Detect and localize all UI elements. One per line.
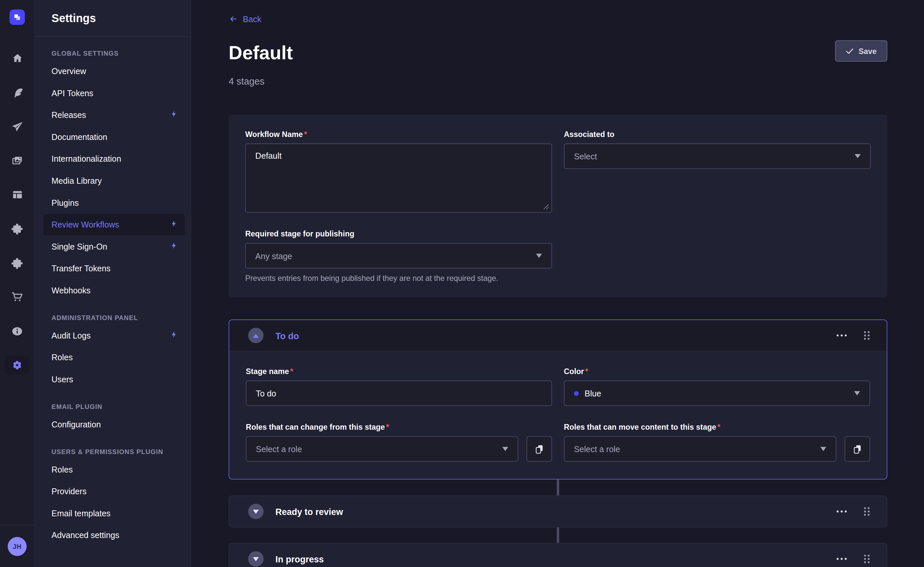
required-stage-label: Required stage for publishing	[245, 230, 552, 238]
stage-options-button[interactable]	[834, 332, 849, 340]
sidebar-item-single-sign-on[interactable]: Single Sign-On	[43, 236, 184, 257]
required-stage-select[interactable]: Any stage	[245, 243, 552, 268]
required-asterisk: *	[304, 130, 307, 139]
sidebar-item-releases[interactable]: Releases	[43, 104, 184, 126]
sidebar-item-advanced-settings[interactable]: Advanced settings	[43, 525, 184, 546]
puzzle-icon-2[interactable]	[0, 246, 34, 280]
sidebar-item-up-roles[interactable]: Roles	[43, 459, 184, 480]
sidebar-item-documentation[interactable]: Documentation	[43, 126, 184, 147]
stage-card-in-progress: In progress	[229, 543, 888, 567]
settings-sidebar: Settings GLOBAL SETTINGS Overview API To…	[35, 0, 191, 567]
associated-to-field: Associated to Select	[564, 130, 871, 213]
sidebar-item-audit-logs[interactable]: Audit Logs	[43, 325, 184, 346]
sidebar-item-webhooks[interactable]: Webhooks	[43, 280, 184, 301]
stage-title: In progress	[275, 554, 324, 564]
feather-icon[interactable]	[0, 76, 34, 110]
paper-plane-icon[interactable]	[0, 110, 34, 144]
stage-drag-handle[interactable]	[861, 329, 872, 343]
lightning-icon	[170, 110, 178, 120]
save-button[interactable]: Save	[835, 40, 887, 62]
sidebar-item-transfer-tokens[interactable]: Transfer Tokens	[43, 258, 184, 279]
section-administration-panel: ADMINISTRATION PANEL	[52, 314, 177, 321]
expand-toggle-button[interactable]	[248, 504, 264, 519]
sidebar-item-plugins[interactable]: Plugins	[43, 192, 184, 214]
strapi-logo-icon[interactable]	[9, 9, 25, 25]
nav-email-plugin: Configuration	[35, 414, 190, 435]
sidebar-item-users[interactable]: Users	[43, 369, 184, 390]
expand-toggle-button[interactable]	[248, 551, 264, 567]
cart-icon[interactable]	[0, 280, 34, 314]
drag-dots-icon	[864, 331, 870, 340]
duplicate-roles-button[interactable]	[845, 436, 870, 462]
chevron-down-icon	[253, 510, 259, 514]
stage-title: Ready to review	[275, 507, 343, 517]
sidebar-item-configuration[interactable]: Configuration	[43, 414, 184, 435]
media-library-icon[interactable]	[0, 144, 34, 178]
sidebar-item-overview[interactable]: Overview	[43, 60, 184, 82]
workflow-form-card: Workflow Name* Default Associated to Sel…	[229, 114, 888, 298]
required-stage-field: Required stage for publishing Any stage …	[245, 230, 552, 283]
chevron-down-icon	[820, 447, 826, 451]
stage-name-field: Stage name* To do	[246, 367, 552, 406]
lightning-icon	[170, 241, 178, 252]
stage-connector	[557, 528, 559, 543]
info-icon[interactable]	[0, 314, 34, 348]
roles-from-field: Roles that can change from this stage* S…	[246, 423, 552, 462]
sidebar-item-admin-roles[interactable]: Roles	[43, 347, 184, 368]
workflow-name-field: Workflow Name* Default	[245, 130, 552, 213]
user-avatar[interactable]: JH	[8, 537, 27, 556]
layout-icon[interactable]	[0, 178, 34, 212]
required-asterisk: *	[386, 423, 389, 432]
sidebar-item-internationalization[interactable]: Internationalization	[43, 148, 184, 170]
collapse-toggle-button[interactable]	[248, 328, 264, 343]
nav-administration-panel: Audit Logs Roles Users	[35, 325, 190, 390]
main-content: Back Default 4 stages Save Workflow Name…	[191, 0, 924, 567]
copy-icon	[852, 444, 862, 454]
stage-color-field: Color* Blue	[564, 367, 870, 406]
sidebar-item-review-workflows[interactable]: Review Workflows	[43, 214, 184, 235]
section-global-settings: GLOBAL SETTINGS	[52, 50, 177, 57]
workflow-name-input[interactable]: Default	[245, 144, 552, 213]
app-window: JH Settings GLOBAL SETTINGS Overview API…	[0, 0, 924, 567]
sidebar-title: Settings	[35, 0, 190, 37]
stage-drag-handle[interactable]	[861, 552, 872, 566]
check-icon	[846, 48, 853, 54]
gear-icon	[11, 359, 23, 371]
page-title: Default	[229, 42, 888, 64]
associated-to-label: Associated to	[564, 130, 871, 139]
stage-drag-handle[interactable]	[861, 504, 872, 519]
page-subtitle: 4 stages	[229, 77, 888, 87]
stage-options-button[interactable]	[834, 507, 849, 516]
settings-gear-slot	[0, 348, 34, 383]
chevron-down-icon	[253, 557, 259, 561]
lightning-icon	[170, 330, 178, 341]
chevron-down-icon	[854, 391, 860, 396]
stage-card-todo: To do	[229, 320, 888, 480]
associated-to-select[interactable]: Select	[564, 144, 871, 169]
required-stage-hint: Prevents entries from being published if…	[245, 274, 552, 283]
chevron-up-icon	[253, 334, 259, 338]
icon-rail: JH	[0, 0, 35, 567]
stage-color-select[interactable]: Blue	[564, 381, 870, 406]
chevron-down-icon	[855, 154, 861, 158]
resize-grip-icon[interactable]	[543, 204, 549, 210]
sidebar-item-providers[interactable]: Providers	[43, 481, 184, 502]
sidebar-item-email-templates[interactable]: Email templates	[43, 502, 184, 524]
roles-to-select[interactable]: Select a role	[564, 436, 837, 462]
puzzle-icon[interactable]	[0, 212, 34, 246]
nav-global-settings: Overview API Tokens Releases Documentati…	[35, 60, 190, 301]
ellipsis-icon	[837, 557, 847, 561]
stage-options-button[interactable]	[834, 555, 849, 563]
required-asterisk: *	[717, 423, 720, 432]
drag-dots-icon	[864, 554, 870, 564]
settings-gear-button[interactable]	[4, 356, 30, 375]
stage-name-input[interactable]: To do	[246, 381, 552, 406]
duplicate-roles-button[interactable]	[526, 436, 552, 462]
stage-todo-header: To do	[230, 320, 887, 351]
roles-from-select[interactable]: Select a role	[246, 436, 518, 462]
sidebar-item-media-library[interactable]: Media Library	[43, 170, 184, 192]
back-link[interactable]: Back	[229, 14, 261, 24]
home-icon[interactable]	[0, 42, 34, 76]
workflow-name-label: Workflow Name*	[245, 130, 552, 139]
sidebar-item-api-tokens[interactable]: API Tokens	[43, 82, 184, 104]
